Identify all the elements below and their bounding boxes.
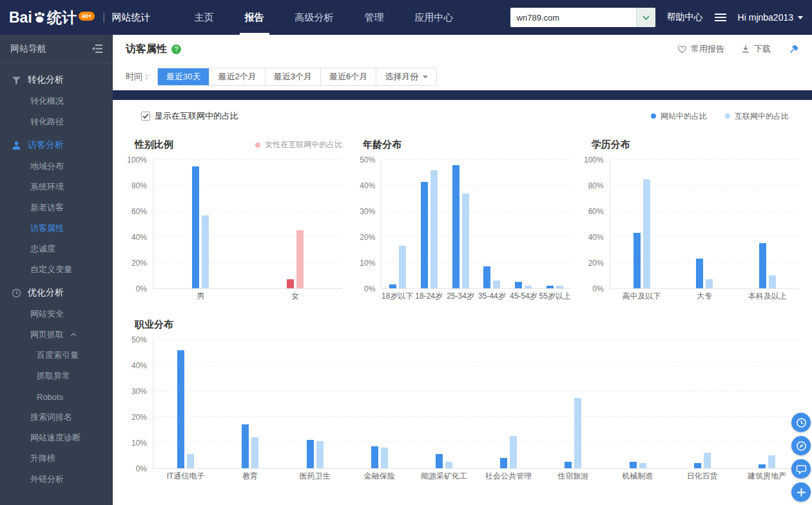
- bar: [694, 463, 701, 468]
- funnel-icon: [12, 75, 21, 85]
- report-content: 显示在互联网中的占比 网站中的占比互联网中的占比 性别比例 女性在互联网中的占比: [113, 100, 812, 505]
- plot-area: 男女: [153, 160, 342, 289]
- fab-clock-button[interactable]: [791, 413, 811, 432]
- sidebar-item-label: 百度索引量: [37, 350, 79, 361]
- time-filter-最近3个月[interactable]: 最近3个月: [265, 68, 320, 85]
- sidebar-item-忠诚度[interactable]: 忠诚度: [0, 239, 113, 259]
- time-filter-label: 最近6个月: [329, 71, 367, 83]
- help-center-link[interactable]: 帮助中心: [667, 12, 703, 23]
- checkbox-icon[interactable]: [141, 112, 150, 121]
- bar: [192, 166, 199, 288]
- legend-item-网站中的占比[interactable]: 网站中的占比: [651, 111, 707, 122]
- chart-education: 学历分布 0%20%40%60%80%100% 高中及以下大专本科及以上: [583, 139, 799, 289]
- time-filter-row: 时间： 最近30天最近2个月最近3个月最近6个月选择月份: [113, 63, 812, 90]
- time-filter-选择月份[interactable]: 选择月份: [376, 68, 436, 85]
- sidebar-section-访客分析[interactable]: 访客分析: [0, 134, 113, 156]
- gender-legend: 女性在互联网中的占比: [255, 139, 342, 150]
- chart-title: 性别比例: [135, 139, 173, 151]
- bar: [515, 282, 522, 288]
- sidebar-section-优化分析[interactable]: 优化分析: [0, 282, 113, 304]
- domain-selector[interactable]: wn789.com: [510, 8, 655, 27]
- bar: [242, 424, 249, 468]
- bar: [177, 350, 184, 468]
- sidebar-item-网页抓取[interactable]: 网页抓取: [0, 324, 113, 345]
- logo[interactable]: Bai 统计 40+: [9, 10, 95, 25]
- nav-item-应用中心[interactable]: 应用中心: [400, 0, 469, 35]
- collapsed-banner: [113, 90, 812, 100]
- fab-compass-button[interactable]: [791, 436, 811, 455]
- pin-icon[interactable]: [789, 44, 799, 54]
- nav-item-高级分析[interactable]: 高级分析: [280, 0, 349, 35]
- checkbox-label: 显示在互联网中的占比: [155, 110, 238, 122]
- x-axis-label: 高中及以下: [623, 291, 661, 302]
- logo-divider: |: [102, 11, 105, 24]
- nav-item-管理[interactable]: 管理: [349, 0, 400, 35]
- x-axis-label: 日化百货: [687, 471, 718, 482]
- bar-group-IT通信电子: IT通信电子: [153, 340, 218, 468]
- x-axis-label: 金融保险: [364, 471, 395, 482]
- y-axis-label: 50%: [131, 335, 147, 344]
- nav-item-报告[interactable]: 报告: [229, 0, 280, 35]
- show-internet-checkbox[interactable]: 显示在互联网中的占比: [141, 110, 238, 122]
- chart-body: 0%20%40%60%80%100% 男女: [126, 160, 342, 289]
- chevron-down-icon[interactable]: [636, 8, 655, 27]
- x-axis-label: IT通信电子: [167, 471, 205, 482]
- bar: [436, 454, 443, 468]
- bar-group-住宿旅游: 住宿旅游: [541, 340, 605, 468]
- bar: [483, 266, 490, 288]
- sidebar-item-网站安全[interactable]: 网站安全: [0, 304, 113, 324]
- bar-group-医药卫生: 医药卫生: [282, 340, 347, 468]
- sidebar-item-搜索词排名[interactable]: 搜索词排名: [0, 407, 113, 428]
- legend-label: 网站中的占比: [661, 111, 707, 122]
- fab-chat-button[interactable]: [791, 459, 811, 479]
- legend-label: 女性在互联网中的占比: [265, 139, 342, 150]
- sidebar-item-转化概况[interactable]: 转化概况: [0, 91, 113, 112]
- logo-text: Bai 统计: [9, 10, 77, 25]
- time-filter-label: 最近30天: [166, 71, 200, 83]
- bar: [445, 462, 452, 468]
- chart-gender: 性别比例 女性在互联网中的占比 0%20%40%60%80%100% 男女: [126, 139, 342, 289]
- chart-title: 学历分布: [592, 139, 630, 151]
- sidebar-item-百度索引量[interactable]: 百度索引量: [0, 345, 113, 366]
- sidebar-section-转化分析[interactable]: 转化分析: [0, 69, 113, 91]
- compass-icon: [796, 441, 807, 451]
- y-axis-label: 30%: [131, 387, 147, 396]
- x-axis-label: 女: [291, 291, 299, 302]
- time-filter-最近6个月[interactable]: 最近6个月: [320, 68, 376, 85]
- legend-item-互联网中的占比[interactable]: 互联网中的占比: [725, 111, 789, 122]
- bar: [525, 286, 532, 288]
- sidebar-item-Robots[interactable]: Robots: [0, 386, 113, 407]
- chart-head: 年龄分布: [354, 139, 570, 151]
- bar: [633, 233, 641, 288]
- bar: [399, 246, 406, 288]
- bar-group-18-24岁: 18-24岁: [413, 160, 445, 288]
- sidebar-item-地域分布[interactable]: 地域分布: [0, 156, 113, 177]
- bar: [452, 165, 459, 288]
- sidebar-item-网站速度诊断[interactable]: 网站速度诊断: [0, 428, 113, 448]
- sidebar-item-新老访客[interactable]: 新老访客: [0, 197, 113, 218]
- favorite-report-button[interactable]: 常用报告: [677, 43, 724, 55]
- sidebar-item-抓取异常[interactable]: 抓取异常: [0, 366, 113, 386]
- sidebar-item-访客属性[interactable]: 访客属性: [0, 218, 113, 239]
- time-filter-最近30天[interactable]: 最近30天: [158, 68, 209, 85]
- nav-item-主页[interactable]: 主页: [179, 0, 229, 35]
- sidebar-item-label: 忠诚度: [30, 243, 55, 255]
- clock-icon: [796, 417, 807, 428]
- sidebar-item-转化路径[interactable]: 转化路径: [0, 112, 113, 132]
- user-menu[interactable]: Hi mjnba2013: [738, 12, 803, 23]
- sidebar-item-升降榜[interactable]: 升降榜: [0, 448, 113, 469]
- sidebar-item-自定义变量[interactable]: 自定义变量: [0, 259, 113, 280]
- bar-group-35-44岁: 35-44岁: [476, 160, 508, 288]
- sidebar-item-label: 新老访客: [30, 202, 64, 213]
- time-filter-最近2个月[interactable]: 最近2个月: [209, 68, 264, 85]
- sidebar-item-系统环境[interactable]: 系统环境: [0, 177, 113, 197]
- download-button[interactable]: 下载: [741, 43, 771, 55]
- collapse-sidebar-icon[interactable]: [92, 45, 102, 53]
- sidebar-item-外链分析[interactable]: 外链分析: [0, 469, 113, 490]
- bar: [307, 440, 314, 468]
- list-icon[interactable]: [715, 13, 726, 22]
- fab-plus-button[interactable]: [791, 482, 811, 502]
- x-axis-label: 能源采矿化工: [421, 471, 467, 482]
- bar-group-高中及以下: 高中及以下: [610, 160, 673, 288]
- help-icon[interactable]: ?: [171, 45, 181, 54]
